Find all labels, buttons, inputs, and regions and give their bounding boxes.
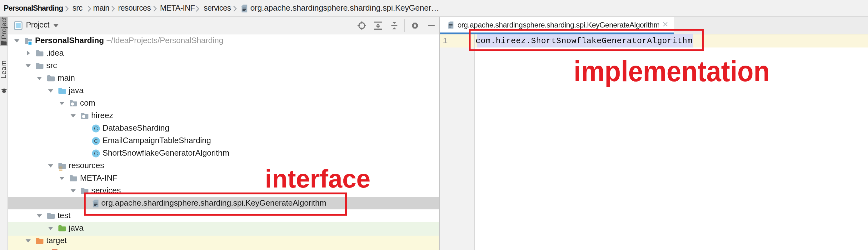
svg-text:C: C <box>94 125 97 131</box>
svg-text:C: C <box>94 138 97 144</box>
svg-text:C: C <box>94 150 97 156</box>
